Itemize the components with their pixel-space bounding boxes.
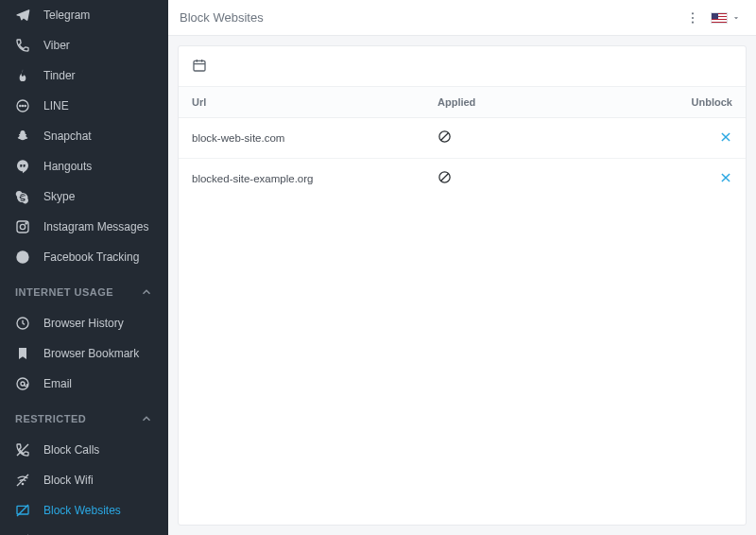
svg-point-3: [25, 105, 26, 106]
sidebar-item-label: Block Websites: [43, 504, 121, 517]
svg-line-26: [440, 132, 448, 140]
svg-line-30: [440, 173, 448, 181]
svg-point-1: [20, 105, 21, 106]
svg-point-20: [692, 21, 694, 23]
blocked-status-icon: [438, 170, 452, 184]
sidebar-item-label: Snapchat: [43, 129, 92, 143]
column-header-unblock: Unblock: [676, 96, 732, 108]
sidebar-item-block-websites[interactable]: Block Websites: [0, 495, 168, 526]
block-wifi-icon: [15, 473, 30, 488]
cell-unblock: [676, 130, 732, 147]
chevron-up-icon: [140, 285, 153, 299]
caret-down-icon: [731, 9, 741, 26]
calendar-icon[interactable]: [192, 58, 207, 73]
us-flag-icon: [711, 12, 728, 24]
tinder-icon: [15, 68, 30, 83]
bookmark-icon: [15, 346, 30, 361]
sidebar-item-label: Hangouts: [43, 160, 92, 173]
table-header: Url Applied Unblock: [179, 86, 746, 118]
telegram-icon: [15, 8, 30, 23]
chevron-up-icon: [140, 412, 153, 425]
topbar: Block Websites: [168, 0, 756, 36]
block-websites-icon: [15, 503, 30, 518]
sidebar-item-skype[interactable]: Skype: [0, 181, 168, 212]
table-row: block-web-site.com: [179, 118, 746, 159]
sidebar-item-label: Tinder: [43, 69, 76, 82]
sidebar-item-line[interactable]: LINE: [0, 91, 168, 121]
svg-point-18: [692, 12, 694, 14]
svg-point-5: [20, 224, 25, 229]
unblock-button[interactable]: [719, 171, 732, 184]
section-label: RESTRICTED: [15, 413, 86, 424]
section-label: INTERNET USAGE: [15, 286, 113, 298]
sidebar-item-label: Browser History: [43, 317, 124, 330]
app-root: Telegram Viber Tinder LINE Snapchat Hang…: [0, 0, 756, 535]
unblock-button[interactable]: [719, 130, 732, 144]
sidebar-item-instagram[interactable]: Instagram Messages: [0, 212, 168, 242]
language-selector[interactable]: [707, 8, 745, 28]
sidebar-item-label: Instagram Messages: [43, 220, 148, 233]
svg-point-2: [22, 105, 23, 106]
svg-point-12: [22, 483, 23, 484]
sidebar-item-label: Email: [43, 377, 72, 390]
sidebar-item-label: Block Wifi: [43, 474, 94, 487]
blocked-websites-panel: Url Applied Unblock block-web-site.com b…: [178, 45, 747, 526]
sidebar-item-block-calls[interactable]: Block Calls: [0, 435, 168, 465]
sidebar-item-viber[interactable]: Viber: [0, 30, 168, 60]
main-content: Block Websites Url Applied: [168, 0, 756, 535]
sidebar-item-label: Facebook Tracking: [43, 250, 139, 264]
more-options-button[interactable]: [684, 9, 701, 26]
svg-point-7: [16, 250, 28, 263]
sidebar-item-hangouts[interactable]: Hangouts: [0, 151, 168, 181]
sidebar-item-label: Browser Bookmark: [43, 347, 139, 360]
column-header-applied: Applied: [438, 96, 676, 108]
content-area: Url Applied Unblock block-web-site.com b…: [168, 36, 756, 535]
sidebar-item-snapchat[interactable]: Snapchat: [0, 121, 168, 151]
sidebar-item-facebook[interactable]: Facebook Tracking: [0, 242, 168, 272]
skype-icon: [15, 189, 30, 204]
blocked-status-icon: [438, 129, 452, 144]
instagram-icon: [15, 219, 30, 234]
cell-applied: [438, 170, 676, 187]
svg-rect-21: [194, 60, 205, 71]
sidebar-item-label: Viber: [43, 39, 70, 52]
sidebar-item-label: Block Calls: [43, 443, 99, 457]
sidebar-item-label: LINE: [43, 99, 69, 112]
facebook-icon: [15, 250, 30, 265]
sidebar-item-browser-history[interactable]: Browser History: [0, 308, 168, 338]
line-icon: [15, 98, 30, 113]
page-title: Block Websites: [180, 10, 264, 25]
svg-point-6: [26, 223, 26, 224]
cell-unblock: [676, 171, 732, 187]
cell-url: block-web-site.com: [192, 132, 438, 144]
sidebar-item-email[interactable]: Email: [0, 369, 168, 399]
hangouts-icon: [15, 159, 30, 174]
column-header-url: Url: [192, 96, 438, 108]
cell-url: blocked-site-example.org: [192, 173, 438, 184]
cell-applied: [438, 129, 676, 147]
sidebar-item-tinder[interactable]: Tinder: [0, 60, 168, 91]
sidebar: Telegram Viber Tinder LINE Snapchat Hang…: [0, 0, 168, 535]
table-row: blocked-site-example.org: [179, 159, 746, 198]
sidebar-item-label: Telegram: [43, 9, 90, 22]
sidebar-item-browser-bookmark[interactable]: Browser Bookmark: [0, 338, 168, 369]
sidebar-item-label: Skype: [43, 190, 75, 203]
history-icon: [15, 316, 30, 331]
sidebar-item-telegram[interactable]: Telegram: [0, 0, 168, 30]
viber-icon: [15, 38, 30, 53]
svg-point-19: [692, 16, 694, 18]
email-icon: [15, 376, 30, 391]
panel-toolbar: [179, 46, 746, 86]
sidebar-item-block-wifi[interactable]: Block Wifi: [0, 465, 168, 495]
section-internet-usage[interactable]: INTERNET USAGE: [0, 272, 168, 308]
snapchat-icon: [15, 129, 30, 144]
block-calls-icon: [15, 442, 30, 457]
section-restricted[interactable]: RESTRICTED: [0, 399, 168, 435]
sidebar-item-block-applications[interactable]: Block Applications: [0, 526, 168, 535]
